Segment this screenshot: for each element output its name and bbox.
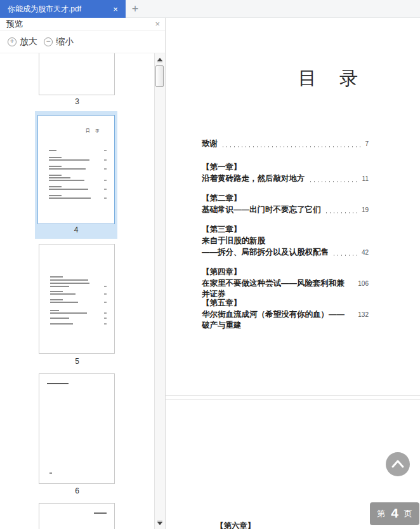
page-indicator-suffix: 页: [404, 508, 412, 519]
toc-chapter-label: 【第四章】: [202, 267, 369, 278]
thumbnail-label-5: 5: [0, 357, 154, 366]
toc-entry-title: 沿着黄砖路走，然后敲对地方: [202, 173, 305, 184]
toc-page-number: 19: [362, 206, 369, 213]
tab-bar: 你能成为股市天才.pdf × +: [0, 0, 420, 18]
thumbnail-text-line: [49, 168, 86, 170]
thumbnail-num-tick: [104, 312, 107, 314]
toc-entry-subtitle: ——拆分、局部拆分以及认股权配售: [202, 247, 329, 258]
thumbnail-page-3[interactable]: [39, 53, 115, 95]
thumbnail-text-line: [49, 177, 70, 178]
zoom-out-button[interactable]: − 缩小: [44, 36, 74, 48]
thumbnail-page-7[interactable]: [39, 503, 115, 529]
page-indicator-badge: 第 4 页: [370, 502, 419, 525]
toc-page-number: 7: [365, 140, 369, 147]
page-indicator-prefix: 第: [377, 508, 385, 519]
thumbnail-num-tick: [104, 323, 107, 325]
thumbnail-num-tick: [104, 318, 107, 319]
thumbnail-num-tick: [104, 168, 107, 170]
next-chapter-label: 【第六章】: [216, 521, 256, 529]
chevron-up-icon: [386, 452, 410, 476]
thumbnail-page-4-selected[interactable]: 目 录 4: [35, 111, 117, 239]
document-view: 目 录 致谢 7 【第一章】 沿着黄砖路走，然后敲对地方 11 【第二: [166, 18, 420, 529]
pdf-page-4: 目 录 致谢 7 【第一章】 沿着黄砖路走，然后敲对地方 11 【第二: [166, 18, 420, 396]
toc-page-number: 106: [358, 280, 369, 287]
thumbnail-text-line: [50, 279, 88, 281]
scroll-up-button[interactable]: [155, 55, 165, 65]
zoom-in-label: 放大: [20, 36, 37, 48]
thumbnail-text-line: [50, 318, 69, 319]
toc-page-number: 42: [362, 249, 369, 256]
scroll-down-icon-base: [157, 521, 162, 521]
thumbnail-num-tick: [104, 198, 107, 199]
scroll-down-button[interactable]: [155, 518, 165, 528]
sidebar-title: 预览: [6, 18, 155, 30]
thumbnail-page-6[interactable]: [39, 373, 115, 484]
thumbnail-text-line: [49, 180, 84, 181]
sidebar-toolbar: + 放大 − 缩小: [0, 30, 165, 53]
toc-entry-title: 来自于旧股的新股: [202, 236, 265, 246]
toc-entry: 致谢 7: [202, 138, 369, 150]
thumbnail-text-line: [50, 299, 63, 300]
thumbnail-text-line: [49, 150, 56, 151]
thumbnail-text-line: [49, 159, 89, 161]
thumbnail-text-line: [49, 189, 88, 190]
toc-dot-leader: [334, 255, 358, 256]
sidebar-scrollbar[interactable]: [154, 53, 165, 529]
sidebar-header: 预览 ×: [0, 18, 165, 30]
thumbnail-page-5[interactable]: [39, 244, 115, 354]
document-tab[interactable]: 你能成为股市天才.pdf ×: [0, 0, 126, 18]
thumbnail-num-tick: [104, 180, 107, 181]
thumbnail-num-tick: [104, 293, 107, 295]
toc-chapter-label: 【第二章】: [202, 193, 369, 204]
page-indicator-number: 4: [391, 506, 398, 521]
thumbnail-text-line: [50, 293, 75, 295]
sidebar-close-icon[interactable]: ×: [155, 19, 160, 29]
zoom-in-icon: +: [8, 37, 16, 46]
toc-dot-leader: [223, 146, 362, 147]
toc-entry: 【第一章】 沿着黄砖路走，然后敲对地方 11: [202, 162, 369, 185]
thumbnail-text-line: [50, 291, 63, 292]
toc-entry-title: 基础常识——出门时不要忘了它们: [202, 204, 321, 215]
toc-entry: 【第五章】 华尔街血流成河（希望没有你的血）——破产与重建 132: [202, 298, 369, 321]
toc-entry: 【第二章】 基础常识——出门时不要忘了它们 19: [202, 193, 369, 216]
thumbnail-text-line: [50, 312, 87, 314]
thumbnail-text-line: [94, 512, 107, 514]
toc-dot-leader: [310, 181, 359, 182]
zoom-out-icon: −: [44, 37, 53, 46]
thumbnail-text-line: [50, 310, 59, 311]
thumbnail-text-line: [49, 157, 62, 158]
thumbnail-text-line: [49, 186, 62, 187]
toc-entry: 【第四章】 在家里不要做这种尝试——风险套利和兼并证券 106: [202, 267, 369, 290]
thumbnail-text-line: [49, 175, 62, 176]
toc-entry-title: 致谢: [202, 138, 218, 149]
toc-page-number: 11: [362, 175, 369, 182]
tab-title: 你能成为股市天才.pdf: [8, 4, 107, 15]
thumbnail-text-line: [50, 286, 69, 287]
toc-page-number: 132: [358, 311, 369, 318]
scrollbar-thumb[interactable]: [155, 65, 164, 87]
toc-entry-title: 华尔街血流成河（希望没有你的血）——破产与重建: [202, 309, 350, 331]
preview-sidebar: 预览 × + 放大 − 缩小 3 目 录: [0, 18, 166, 529]
thumbnail-num-tick: [104, 189, 107, 190]
toc-entry-title: 在家里不要做这种尝试——风险套利和兼并证券: [202, 278, 350, 300]
scroll-up-icon: [157, 58, 162, 61]
thumbnail-num-tick: [104, 286, 107, 287]
scroll-down-icon: [157, 522, 162, 525]
thumbnail-list: 3 目 录 4: [0, 53, 154, 529]
thumbnail-text-line: [50, 302, 78, 303]
thumbnail-mini-title: 目 录: [86, 128, 102, 134]
toc-entry: 【第三章】 来自于旧股的新股 ——拆分、局部拆分以及认股权配售 42: [202, 224, 369, 258]
back-to-top-button[interactable]: [386, 452, 410, 476]
thumbnail-text-line: [47, 383, 69, 384]
toc-chapter-label: 【第三章】: [202, 224, 369, 236]
tab-close-icon[interactable]: ×: [110, 4, 121, 14]
zoom-in-button[interactable]: + 放大: [8, 36, 37, 48]
thumbnail-num-tick: [104, 159, 107, 161]
thumbnail-label-3: 3: [0, 97, 154, 106]
pdf-reader-window: 你能成为股市天才.pdf × + 预览 × + 放大 − 缩小 3: [0, 0, 420, 529]
toc-dot-leader: [326, 212, 358, 213]
thumbnail-text-line: [49, 166, 62, 167]
thumbnail-label-6: 6: [0, 486, 154, 495]
new-tab-button[interactable]: +: [127, 0, 143, 18]
thumbnail-text-line: [49, 195, 62, 196]
